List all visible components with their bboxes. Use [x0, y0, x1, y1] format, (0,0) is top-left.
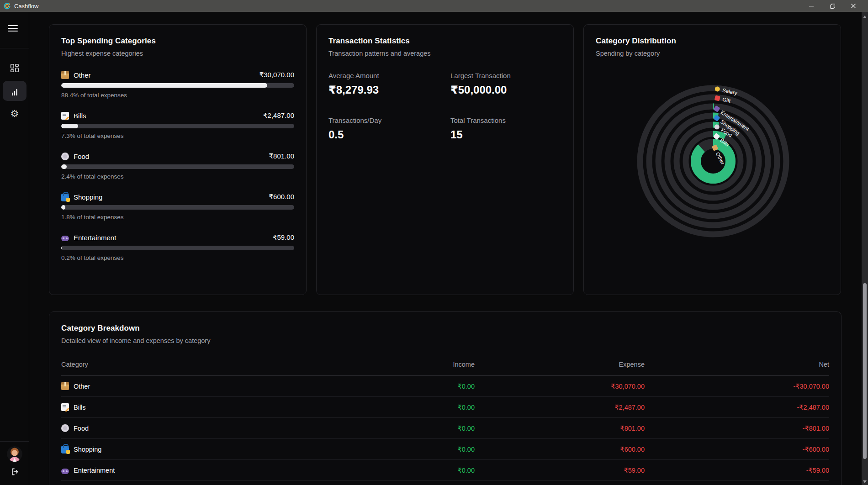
sidebar-nav: ⚙ — [3, 58, 26, 124]
breakdown-table-header: Category Income Expense Net — [61, 357, 829, 376]
rings-chart-wrap: SalaryGiftEntertainmentShoppingFoodBills… — [622, 70, 804, 253]
expense-cell: ₹30,070.00 — [475, 383, 645, 390]
stat-value: 15 — [450, 128, 561, 141]
percent-of-total: 0.2% of total expenses — [61, 254, 294, 261]
vertical-scrollbar[interactable] — [862, 12, 868, 485]
breakdown-table: Category Income Expense Net Other₹0.00₹3… — [61, 357, 829, 481]
category-amount: ₹59.00 — [273, 233, 294, 242]
restore-button[interactable] — [822, 0, 843, 12]
category-label: Entertainment — [74, 234, 116, 242]
plate-icon — [61, 424, 69, 432]
hamburger-menu-button[interactable] — [8, 23, 18, 34]
card-subtitle: Detailed view of income and expenses by … — [61, 337, 829, 344]
titlebar: Cashflow — [0, 0, 868, 12]
expense-cell: ₹59.00 — [475, 467, 645, 474]
memo-icon — [61, 403, 69, 411]
scrollbar-thumb[interactable] — [863, 283, 867, 459]
stat-label: Transactions/Day — [328, 116, 450, 124]
category-name: Other — [74, 383, 90, 390]
net-cell: -₹59.00 — [645, 467, 829, 474]
user-avatar[interactable] — [7, 446, 22, 462]
column-header-net: Net — [645, 361, 829, 368]
sidebar-item-settings[interactable]: ⚙ — [3, 104, 26, 124]
sidebar: ⚙ — [0, 12, 29, 485]
gamepad-icon — [61, 236, 69, 241]
scroll-up-arrow[interactable] — [863, 16, 867, 18]
stat-label: Total Transactions — [450, 116, 561, 124]
income-cell: ₹0.00 — [324, 446, 475, 453]
minimize-button[interactable] — [801, 0, 822, 12]
spending-item-header: Food₹801.00 — [61, 152, 294, 160]
stats-grid: Average Amount₹8,279.93Largest Transacti… — [328, 72, 561, 141]
package-icon — [61, 382, 69, 390]
income-cell: ₹0.00 — [324, 425, 475, 432]
gift-icon — [715, 95, 720, 101]
memo-icon — [61, 112, 69, 120]
progress-fill — [61, 124, 78, 128]
spending-item: Other₹30,070.0088.4% of total expenses — [61, 71, 294, 99]
shopping-bag-icon — [61, 194, 69, 201]
restore-icon — [830, 3, 836, 9]
stat-value: ₹50,000.00 — [450, 84, 561, 96]
category-distribution-card: Category Distribution Spending by catego… — [583, 24, 841, 295]
column-header-income: Income — [324, 361, 475, 368]
percent-of-total: 2.4% of total expenses — [61, 173, 294, 180]
percent-of-total: 7.3% of total expenses — [61, 132, 294, 139]
net-cell: -₹600.00 — [645, 446, 829, 453]
progress-fill — [61, 164, 67, 169]
plate-icon — [61, 153, 69, 160]
minimize-icon — [809, 3, 814, 9]
sidebar-item-analytics[interactable] — [3, 81, 26, 101]
main-content: Top Spending Categories Highest expense … — [29, 12, 862, 485]
category-breakdown-card: Category Breakdown Detailed view of inco… — [49, 311, 842, 485]
table-row: Food₹0.00₹801.00-₹801.00 — [61, 418, 829, 439]
stat-block: Total Transactions15 — [450, 116, 561, 141]
category-cell: Other — [61, 382, 324, 390]
progress-fill — [61, 246, 62, 250]
card-title: Transaction Statistics — [328, 37, 561, 46]
spending-item-header: Entertainment₹59.00 — [61, 233, 294, 242]
transaction-stats-card: Transaction Statistics Transaction patte… — [316, 24, 574, 295]
income-cell: ₹0.00 — [324, 404, 475, 411]
table-row: Bills₹0.00₹2,487.00-₹2,487.00 — [61, 397, 829, 418]
category-name: Bills — [74, 404, 86, 411]
top-spending-card: Top Spending Categories Highest expense … — [49, 24, 307, 295]
card-subtitle: Spending by category — [596, 50, 829, 57]
category-cell: Entertainment — [61, 467, 324, 474]
spending-item: Shopping₹600.001.8% of total expenses — [61, 193, 294, 221]
net-cell: -₹2,487.00 — [645, 404, 829, 411]
table-row: Shopping₹0.00₹600.00-₹600.00 — [61, 439, 829, 460]
income-cell: ₹0.00 — [324, 383, 475, 390]
sidebar-divider — [0, 48, 29, 48]
logout-icon — [10, 467, 19, 476]
category-amount: ₹801.00 — [269, 152, 294, 160]
spending-item: Bills₹2,487.007.3% of total expenses — [61, 111, 294, 139]
progress-track — [61, 246, 294, 250]
expense-cell: ₹2,487.00 — [475, 404, 645, 411]
progress-track — [61, 205, 294, 210]
scroll-down-arrow[interactable] — [863, 480, 867, 483]
avatar-icon — [7, 446, 22, 462]
stat-label: Average Amount — [328, 72, 450, 79]
spending-item: Entertainment₹59.000.2% of total expense… — [61, 233, 294, 261]
category-amount: ₹600.00 — [269, 193, 294, 201]
category-amount: ₹2,487.00 — [263, 111, 294, 120]
close-button[interactable] — [843, 0, 864, 12]
window-controls — [801, 0, 864, 12]
stat-block: Transactions/Day0.5 — [328, 116, 450, 141]
progress-fill — [61, 205, 65, 210]
spending-item-header: Other₹30,070.00 — [61, 71, 294, 79]
card-subtitle: Highest expense categories — [61, 50, 294, 57]
logout-button[interactable] — [10, 467, 19, 478]
stat-value: 0.5 — [328, 128, 450, 141]
gear-icon: ⚙ — [11, 109, 19, 119]
card-title: Top Spending Categories — [61, 37, 294, 46]
category-name: Food — [74, 425, 89, 432]
column-header-category: Category — [61, 361, 324, 368]
sidebar-bottom — [0, 441, 29, 485]
app-title: Cashflow — [14, 3, 38, 10]
sidebar-item-dashboard[interactable] — [3, 58, 26, 78]
card-title: Category Breakdown — [61, 324, 829, 333]
table-row: Entertainment₹0.00₹59.00-₹59.00 — [61, 460, 829, 481]
spending-item-header: Bills₹2,487.00 — [61, 111, 294, 120]
